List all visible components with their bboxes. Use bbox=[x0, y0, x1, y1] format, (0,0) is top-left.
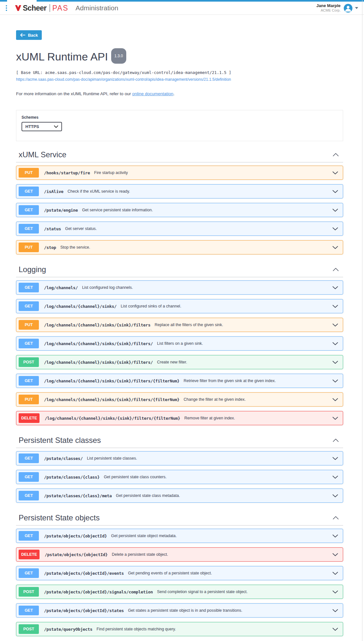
endpoint-row[interactable]: GET /log/channels/ List configured log c… bbox=[16, 280, 343, 295]
endpoint-row[interactable]: DELETE /log/channels/{channel}/sinks/{si… bbox=[16, 411, 343, 425]
method-badge: GET bbox=[19, 376, 39, 386]
method-badge: PUT bbox=[19, 168, 39, 178]
chevron-down-icon[interactable] bbox=[329, 417, 338, 420]
api-definition-link[interactable]: https://acme.saas.pas-cloud.com/pas-doc/… bbox=[16, 77, 231, 82]
endpoint-row[interactable]: POST /pstate/queryObjects Find persisten… bbox=[16, 622, 343, 636]
method-badge: GET bbox=[19, 472, 39, 482]
chevron-down-icon[interactable] bbox=[329, 572, 338, 575]
endpoint-path: /log/channels/{channel}/sinks/{sink}/fil… bbox=[44, 341, 153, 346]
endpoint-path: /pstate/classes/{class}/meta bbox=[44, 493, 112, 498]
chevron-down-icon[interactable] bbox=[329, 494, 338, 497]
endpoint-row[interactable]: GET /pstate/classes/{class} Get persiste… bbox=[16, 470, 343, 484]
chevron-down-icon[interactable] bbox=[329, 476, 338, 479]
chevron-down-icon[interactable] bbox=[329, 171, 338, 174]
endpoint-row[interactable]: POST /pstate/objects/{objectId}/signals/… bbox=[16, 585, 343, 599]
endpoint-list: GET /log/channels/ List configured log c… bbox=[16, 277, 343, 425]
online-documentation-link[interactable]: online documentation bbox=[132, 91, 173, 96]
endpoint-row[interactable]: GET /pstate/objects/{objectId} Get persi… bbox=[16, 529, 343, 543]
endpoint-row[interactable]: GET /log/channels/{channel}/sinks/ List … bbox=[16, 299, 343, 313]
chevron-down-icon[interactable] bbox=[329, 361, 338, 364]
endpoint-path: /status bbox=[44, 226, 61, 231]
scheer-pas-logo: Scheer PAS bbox=[15, 4, 68, 13]
endpoint-description: Get server status. bbox=[65, 226, 97, 231]
schemes-select[interactable]: HTTPS bbox=[22, 122, 62, 131]
chevron-down-icon[interactable] bbox=[329, 305, 338, 308]
chevron-down-icon[interactable] bbox=[329, 342, 338, 345]
main-content: Back xUML Runtime API1.3.0 [ Base URL: a… bbox=[0, 30, 364, 641]
chevron-down-icon[interactable] bbox=[329, 227, 338, 230]
chevron-down-icon[interactable] bbox=[329, 553, 338, 556]
section-title: Persistent State objects bbox=[19, 513, 100, 522]
endpoint-row[interactable]: GET /log/channels/{channel}/sinks/{sink}… bbox=[16, 374, 343, 388]
api-base-url: [ Base URL: acme.saas.pas-cloud.com/pas-… bbox=[16, 70, 343, 75]
method-badge: GET bbox=[19, 531, 39, 541]
chevron-down-icon[interactable] bbox=[329, 190, 338, 193]
chevron-down-icon[interactable] bbox=[329, 535, 338, 537]
section-collapse-button[interactable] bbox=[332, 437, 340, 444]
user-zone: Jane Marple ACME Corp. bbox=[316, 3, 358, 13]
user-avatar-icon[interactable] bbox=[344, 4, 352, 13]
chevron-down-icon[interactable] bbox=[329, 246, 338, 249]
chevron-down-icon[interactable] bbox=[329, 286, 338, 289]
endpoint-row[interactable]: GET /status Get server status. bbox=[16, 222, 343, 236]
schemes-selected-value: HTTPS bbox=[25, 124, 39, 129]
method-badge: PUT bbox=[19, 320, 39, 330]
method-badge: POST bbox=[19, 587, 39, 597]
chevron-down-icon[interactable] bbox=[329, 380, 338, 382]
chevron-down-icon[interactable] bbox=[329, 209, 338, 212]
back-button[interactable]: Back bbox=[16, 30, 42, 40]
endpoint-row[interactable]: DELETE /pstate/objects/{objectId} Delete… bbox=[16, 547, 343, 562]
scheer-logo-mark bbox=[15, 5, 22, 11]
endpoint-description: Get states a persistent state object is … bbox=[128, 608, 242, 613]
chevron-down-icon[interactable] bbox=[329, 398, 338, 401]
endpoint-description: Delete a persistent state object. bbox=[112, 552, 168, 557]
sections: xUML Service PUT /hooks/startup/fire Fir… bbox=[16, 150, 343, 641]
chevron-down-icon[interactable] bbox=[329, 628, 338, 631]
endpoint-row[interactable]: PUT /hooks/startup/fire Fire startup act… bbox=[16, 166, 343, 180]
endpoint-path: /pstate/objects/{objectId}/signals/compl… bbox=[44, 590, 153, 594]
menu-kebab-icon[interactable] bbox=[3, 4, 10, 12]
scrollbar[interactable] bbox=[362, 0, 362, 641]
endpoint-row[interactable]: POST /log/channels/{channel}/sinks/{sink… bbox=[16, 355, 343, 369]
endpoint-row[interactable]: GET /isAlive Check if the xUML service i… bbox=[16, 184, 343, 198]
section-collapse-button[interactable] bbox=[332, 151, 340, 159]
app-header: Scheer PAS Administration Jane Marple AC… bbox=[0, 2, 364, 15]
chevron-down-icon[interactable] bbox=[329, 609, 338, 612]
chevron-down-icon[interactable] bbox=[329, 457, 338, 460]
endpoint-description: List filters on a given sink. bbox=[157, 341, 203, 346]
section-collapse-button[interactable] bbox=[332, 514, 340, 522]
chevron-down-icon bbox=[54, 125, 58, 128]
endpoint-row[interactable]: PUT /log/channels/{channel}/sinks/{sink}… bbox=[16, 392, 343, 407]
endpoint-row[interactable]: GET /pstate/engine Get service persisten… bbox=[16, 203, 343, 217]
endpoint-row[interactable]: GET /pstate/objects/{objectId}/events Ge… bbox=[16, 566, 343, 580]
section-collapse-button[interactable] bbox=[332, 266, 340, 273]
endpoint-description: Create new filter. bbox=[157, 360, 187, 364]
endpoint-path: /log/channels/{channel}/sinks/ bbox=[44, 304, 117, 309]
endpoint-row[interactable]: GET /pstate/classes/{class}/meta Get per… bbox=[16, 489, 343, 503]
api-version-badge: 1.3.0 bbox=[111, 48, 126, 64]
method-badge: PUT bbox=[19, 395, 39, 404]
method-badge: POST bbox=[19, 357, 39, 367]
endpoint-description: Get persistent state object metadata. bbox=[111, 534, 177, 538]
endpoint-path: /pstate/objects/{objectId}/events bbox=[44, 571, 124, 576]
method-badge: GET bbox=[19, 187, 39, 196]
endpoint-path: /log/channels/ bbox=[44, 285, 78, 290]
endpoint-description: Get persistent state class metadata. bbox=[116, 493, 180, 498]
brand-scheer: Scheer bbox=[23, 4, 47, 13]
endpoint-row[interactable]: GET /pstate/objects/{objectId}/states Ge… bbox=[16, 603, 343, 618]
endpoint-row[interactable]: PUT /log/channels/{channel}/sinks/{sink}… bbox=[16, 318, 343, 332]
endpoint-description: Fire startup activity bbox=[94, 170, 128, 175]
endpoint-row[interactable]: PUT /stop Stop the service. bbox=[16, 240, 343, 254]
endpoint-row[interactable]: GET /pstate/classes/ List persistent sta… bbox=[16, 451, 343, 465]
api-section: Persistent State classes GET /pstate/cla… bbox=[16, 436, 343, 503]
method-badge: GET bbox=[19, 301, 39, 311]
user-menu-caret-icon[interactable] bbox=[355, 7, 358, 9]
api-info-text: For more information on the xUML Runtime… bbox=[16, 91, 343, 96]
endpoint-path: /log/channels/{channel}/sinks/{sink}/fil… bbox=[44, 379, 180, 383]
section-title: Persistent State classes bbox=[19, 436, 101, 445]
chevron-down-icon[interactable] bbox=[329, 591, 338, 593]
chevron-down-icon[interactable] bbox=[329, 324, 338, 326]
endpoint-row[interactable]: GET /log/channels/{channel}/sinks/{sink}… bbox=[16, 336, 343, 351]
endpoint-description: Get service persistent state information… bbox=[82, 208, 153, 212]
api-section: xUML Service PUT /hooks/startup/fire Fir… bbox=[16, 150, 343, 254]
